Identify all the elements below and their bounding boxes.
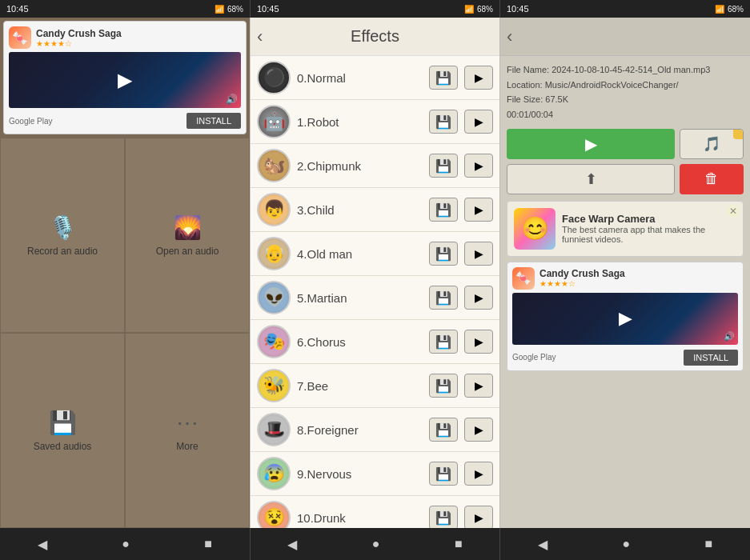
left-ad-app-name: Candy Crush Saga [36, 28, 122, 39]
effect-save-4[interactable]: 💾 [429, 242, 458, 266]
effect-item-0: ⚫0.Normal💾▶ [251, 56, 499, 100]
right-candy-ad: 🍬 Candy Crush Saga ★★★★☆ ▶ 🔊 Google Play… [507, 262, 744, 371]
more-icon: ⋯ [176, 410, 199, 436]
open-audio-label: Open an audio [156, 246, 219, 257]
file-name-label: File Name: [507, 65, 551, 74]
file-size-label: File Size: [507, 94, 545, 104]
file-location-value: Music/AndroidRockVoiceChanger/ [545, 80, 679, 90]
effect-item-3: 👦3.Child💾▶ [251, 188, 499, 232]
effect-name-9: 9.Nervous [297, 467, 423, 481]
right-nav: ◀ ● ■ [500, 528, 750, 560]
effect-save-10[interactable]: 💾 [429, 506, 458, 528]
face-warp-title: Face Warp Camera [562, 213, 736, 225]
face-warp-close[interactable]: ✕ [727, 205, 740, 218]
effect-item-6: 🎭6.Chorus💾▶ [251, 320, 499, 364]
play-icon: ▶ [585, 134, 597, 154]
effect-avatar-9: 😰 [257, 457, 291, 490]
effect-save-8[interactable]: 💾 [429, 418, 458, 442]
effect-name-5: 5.Martian [297, 291, 423, 305]
audio-controls: ▶ 🎵 ⬆ 🗑 [507, 129, 744, 194]
effect-save-5[interactable]: 💾 [429, 286, 458, 310]
effect-item-8: 🎩8.Foreigner💾▶ [251, 408, 499, 452]
open-audio-icon: 🌄 [174, 214, 202, 241]
effects-back-button[interactable]: ‹ [257, 26, 263, 47]
delete-button[interactable]: 🗑 [680, 164, 744, 194]
left-back-nav[interactable]: ◀ [38, 537, 47, 552]
effect-avatar-3: 👦 [257, 193, 291, 226]
saved-audios-item[interactable]: 💾 Saved audios [0, 333, 125, 528]
effect-avatar-2: 🐿️ [257, 149, 291, 182]
middle-time: 10:45 [257, 4, 279, 14]
share-button[interactable]: ⬆ [507, 164, 675, 194]
more-label: More [176, 441, 198, 452]
right-install-button[interactable]: INSTALL [684, 350, 738, 366]
middle-panel: ‹ Effects ⚫0.Normal💾▶🤖1.Robot💾▶🐿️2.Chipm… [250, 18, 499, 528]
effect-name-1: 1.Robot [297, 115, 423, 129]
effect-play-8[interactable]: ▶ [464, 418, 493, 442]
effect-play-10[interactable]: ▶ [464, 506, 493, 528]
effect-play-9[interactable]: ▶ [464, 462, 493, 486]
effect-avatar-8: 🎩 [257, 413, 291, 446]
face-warp-ad: 😊 Face Warp Camera The best camera app t… [507, 201, 744, 257]
effects-header: ‹ Effects [251, 18, 499, 56]
left-nav: ◀ ● ■ [0, 528, 250, 560]
more-item[interactable]: ⋯ More [125, 333, 250, 528]
left-home-nav[interactable]: ● [122, 537, 130, 551]
effect-save-7[interactable]: 💾 [429, 374, 458, 398]
right-candy-icon: 🍬 [512, 267, 535, 290]
effect-play-3[interactable]: ▶ [464, 198, 493, 222]
effect-item-7: 🐝7.Bee💾▶ [251, 364, 499, 408]
right-battery: 68% [728, 5, 744, 14]
right-panel: ‹ File Name: 2024-10-08-10-45-42-514_Old… [499, 18, 750, 528]
record-audio-icon: 🎙️ [49, 214, 77, 241]
effect-save-1[interactable]: 💾 [429, 110, 458, 134]
file-name-value: 2024-10-08-10-45-42-514_Old man.mp3 [551, 65, 710, 74]
effect-play-7[interactable]: ▶ [464, 374, 493, 398]
effect-item-9: 😰9.Nervous💾▶ [251, 452, 499, 496]
right-back-nav[interactable]: ◀ [538, 537, 547, 552]
middle-back-nav[interactable]: ◀ [287, 537, 297, 552]
effect-save-0[interactable]: 💾 [429, 66, 458, 90]
effect-item-1: 🤖1.Robot💾▶ [251, 100, 499, 144]
right-home-nav[interactable]: ● [623, 537, 631, 551]
face-warp-desc: The best camera app that makes the funni… [562, 225, 736, 244]
right-square-nav[interactable]: ■ [705, 537, 713, 551]
music-button[interactable]: 🎵 [680, 129, 744, 159]
open-audio-item[interactable]: 🌄 Open an audio [125, 138, 250, 333]
left-status-bar: 10:45 📶 68% [0, 0, 250, 18]
file-info: File Name: 2024-10-08-10-45-42-514_Old m… [507, 62, 744, 122]
effect-play-6[interactable]: ▶ [464, 330, 493, 354]
saved-audios-label: Saved audios [34, 441, 92, 452]
effect-save-9[interactable]: 💾 [429, 462, 458, 486]
face-warp-image: 😊 [514, 208, 555, 250]
left-install-button[interactable]: INSTALL [186, 113, 241, 129]
effect-play-2[interactable]: ▶ [464, 154, 493, 178]
music-icon: 🎵 [703, 135, 720, 153]
saved-audios-icon: 💾 [49, 410, 77, 436]
left-time: 10:45 [6, 4, 29, 14]
middle-home-nav[interactable]: ● [372, 537, 380, 551]
effect-play-4[interactable]: ▶ [464, 242, 493, 266]
effect-play-1[interactable]: ▶ [464, 110, 493, 134]
left-square-nav[interactable]: ■ [204, 537, 212, 551]
right-candy-stars: ★★★★☆ [539, 279, 625, 288]
effect-item-4: 👴4.Old man💾▶ [251, 232, 499, 276]
left-ad-banner: 🍬 Candy Crush Saga ★★★★☆ ▶ 🔊 Google Play… [3, 21, 247, 134]
effect-play-5[interactable]: ▶ [464, 286, 493, 310]
effect-avatar-5: 👽 [257, 281, 291, 314]
left-ad-stars: ★★★★☆ [36, 39, 122, 48]
effect-save-3[interactable]: 💾 [429, 198, 458, 222]
right-header: ‹ [500, 18, 750, 56]
right-back-button[interactable]: ‹ [507, 26, 512, 47]
effect-avatar-1: 🤖 [257, 105, 291, 138]
middle-square-nav[interactable]: ■ [455, 537, 463, 551]
middle-nav: ◀ ● ■ [251, 528, 500, 560]
record-audio-item[interactable]: 🎙️ Record an audio [0, 138, 125, 333]
left-panel: 🍬 Candy Crush Saga ★★★★☆ ▶ 🔊 Google Play… [0, 18, 250, 528]
effect-play-0[interactable]: ▶ [464, 66, 493, 90]
effect-save-6[interactable]: 💾 [429, 330, 458, 354]
effect-avatar-6: 🎭 [257, 325, 291, 358]
effects-list: ⚫0.Normal💾▶🤖1.Robot💾▶🐿️2.Chipmunk💾▶👦3.Ch… [251, 56, 499, 528]
play-button[interactable]: ▶ [507, 129, 675, 159]
effect-save-2[interactable]: 💾 [429, 154, 458, 178]
